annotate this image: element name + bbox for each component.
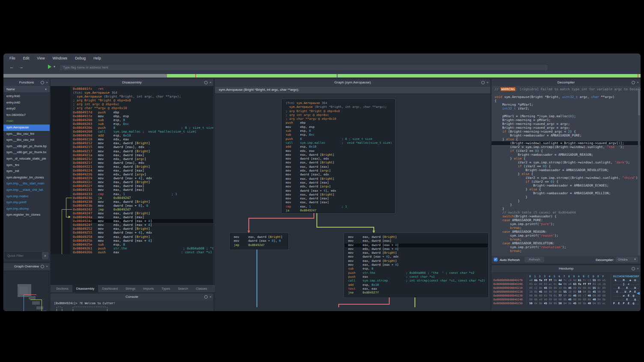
code-line[interactable]: 0x08049255 mov dword [eax + 4], edx <box>73 231 213 234</box>
refresh-button[interactable]: Refresh <box>525 257 544 262</box>
hex-row[interactable]: 0 1 2 3 4 5 6 7 8 9 A B C D E F 01234567… <box>493 274 641 278</box>
hex-row[interactable]: 0x000000000804924000 00 e9 90 00 00 00 8… <box>493 297 641 301</box>
code-line[interactable]: 0x0804925b mov eax, dword [eax + 4] <box>73 239 213 243</box>
code-line[interactable]: sub esp, 8 <box>348 267 484 271</box>
function-item[interactable]: sym.imp.printf <box>3 199 50 206</box>
code-line[interactable]: mov eax, dword [Bright] <box>234 235 284 239</box>
back-arrow-icon[interactable]: ← <box>9 64 14 69</box>
code-line[interactable]: 0x08049258 mov eax, dword [Bright] <box>73 235 213 239</box>
menu-help[interactable]: Help <box>93 56 101 60</box>
memory-map-bar[interactable] <box>3 74 641 77</box>
graph-node-true-branch[interactable]: mov eax, dword [Bright]mov eax, dword [e… <box>344 233 488 297</box>
code-line[interactable]: break; <box>495 249 641 253</box>
function-item[interactable]: sym.imp.__stack_chk_fail <box>3 187 50 193</box>
menu-file[interactable]: File <box>9 56 15 60</box>
code-line[interactable]: 0x08049252 mov eax, dword [Bright] <box>73 227 213 231</box>
hex-row[interactable]: 0x000000000804923000 8b 00 83 f8 01 77 0… <box>493 294 641 297</box>
code-line[interactable]: 0x0804920d add esp, 0x10 <box>73 134 213 137</box>
code-line[interactable]: sym.imp.printf("revolution"); <box>495 245 641 249</box>
code-line[interactable]: push str.the ; 0x804a008 ; "the " ; cons… <box>348 271 484 275</box>
close-icon[interactable]: × <box>486 80 489 84</box>
code-line[interactable]: Bright->morning->saved_argc = argc; <box>495 122 641 126</box>
code-line[interactable]: sym.Aeropause (Bright *Bright, int argc,… <box>286 105 391 109</box>
code-line[interactable]: mov dword [eax], edx <box>286 173 391 177</box>
function-item[interactable]: sym.deregister_tm_clones <box>3 175 50 181</box>
code-line[interactable]: pMVar1 = (Morning *)sym.imp.malloc(8); <box>495 114 641 118</box>
code-line[interactable]: push ebp <box>286 121 391 125</box>
code-line[interactable]: Bright->morning->saved_argv = argv; <box>495 126 641 130</box>
graph-overview-header[interactable]: Graph Overview × <box>3 263 50 270</box>
tab-classes[interactable]: Classes <box>192 285 211 292</box>
function-item[interactable]: sym.__x86.get_pc_thunk.bx <box>3 149 50 156</box>
menu-debug[interactable]: Debug <box>75 56 86 60</box>
code-line[interactable]: ; arg int argc @ ebp+0xc <box>286 113 391 117</box>
code-line[interactable]: sym.imp.printf("reason"); <box>495 234 641 237</box>
address-search-input[interactable]: Type flag name or address here <box>59 64 548 71</box>
code-line[interactable]: 0x08049203 sub esp, 0xc <box>73 122 213 126</box>
code-line[interactable] <box>495 91 641 95</box>
code-line[interactable]: iVar2 = sym.imp.strcmp((Bright->window).… <box>495 145 641 149</box>
code-line[interactable]: 0x08049233 cmp eax, 1 ; 1 <box>73 192 213 196</box>
code-line[interactable]: } else { <box>495 187 641 191</box>
code-line[interactable]: ; arg Bright *Bright @ ebp+0x8 <box>73 98 213 102</box>
close-icon[interactable]: × <box>637 267 639 270</box>
decompiler-code[interactable]: // WARNING: [r2ghidra] Failed to match t… <box>492 86 641 256</box>
graph-panel-header[interactable]: Graph (sym.Aeropause) × <box>215 79 490 86</box>
function-item[interactable]: sym.__libc_csu_fini <box>3 131 50 137</box>
code-line[interactable]: mov eax, dword [eax] <box>286 181 391 185</box>
tab-sections[interactable]: Sections <box>52 285 72 292</box>
code-line[interactable]: Bright->ambassador = AMBASSADOR_MILLION; <box>495 191 641 195</box>
code-line[interactable]: 0x0804921f mov dword [eax], edx <box>73 161 213 165</box>
code-line[interactable]: mov eax, dword [Bright] <box>348 235 484 239</box>
close-icon[interactable]: × <box>637 80 639 84</box>
code-line[interactable]: 0x080491fd push ebp <box>73 110 213 114</box>
code-line[interactable]: mov eax, dword [eax] <box>348 239 484 243</box>
code-line[interactable]: 0x08049210 mov edx, eax <box>73 137 213 141</box>
code-line[interactable]: mov ebp, esp <box>286 125 391 129</box>
tab-imports[interactable]: Imports <box>139 285 158 292</box>
code-line[interactable]: 0x080491fe mov ebp, esp <box>73 114 213 118</box>
code-line[interactable]: 0x08049231 mov eax, dword [eax] <box>73 188 213 192</box>
tab-strings[interactable]: Strings <box>122 285 139 292</box>
hexdump-panel-header[interactable]: Hexdump × <box>492 265 641 272</box>
code-line[interactable]: void sym.Aeropause(Bright *Bright, uint3… <box>495 95 641 99</box>
code-line[interactable]: cmp eax, 1 ; 1 <box>286 205 391 209</box>
code-line[interactable]: Bright->morning = pMVar1; <box>495 118 641 122</box>
disassembly-panel-header[interactable]: Disassembly × <box>51 79 213 86</box>
tab-search[interactable]: Search <box>174 285 192 292</box>
console-panel-header[interactable]: Console × <box>51 294 213 300</box>
code-line[interactable]: mov eax, dword [Bright] <box>286 193 391 197</box>
code-line[interactable]: 0x08049261 push str.the ; 0x804a008 ; "t… <box>73 246 213 250</box>
code-line[interactable]: mov edx, dword [eax + 4] <box>348 247 484 251</box>
code-line[interactable]: } else { <box>495 137 641 141</box>
code-line[interactable]: } else { <box>495 172 641 176</box>
code-line[interactable]: // switch table (5 cases) at 0x804a044 <box>495 211 641 214</box>
function-item[interactable]: sym.imp.__libc_start_main <box>3 181 50 187</box>
decompiler-scrollbar[interactable] <box>638 87 640 255</box>
code-line[interactable]: 0x08049266 push eax ; const char *s1 <box>73 250 213 253</box>
code-line[interactable]: add esp, 0x10 <box>348 283 484 287</box>
code-line[interactable]: Bright->ambassador = AMBASSADOR_REVOLUTI… <box>495 168 641 172</box>
code-line[interactable]: switch(Bright->ambassador) { <box>495 214 641 218</box>
code-line[interactable]: mov eax, dword [Bright] <box>348 259 484 263</box>
code-line[interactable]: 0x0804922f mov eax, dword [eax] <box>73 184 213 188</box>
gear-icon[interactable] <box>41 265 44 268</box>
code-line[interactable]: 0x0804924c mov eax, dword [eax + 4] <box>73 219 213 223</box>
code-line[interactable]: if (iVar2 == 0) { <box>495 164 641 168</box>
code-line[interactable]: (fcn) sym.Aeropause 364 <box>73 91 213 95</box>
code-line[interactable]: 0x08049217 mov eax, dword [Bright] <box>73 149 213 153</box>
graph-overview-canvas[interactable] <box>4 271 49 311</box>
code-line[interactable]: Bright->ambassador = AMBASSADOR_REASON; <box>495 153 641 157</box>
code-line[interactable]: case AMBASSADOR_PURE: <box>495 218 641 222</box>
forward-arrow-icon[interactable]: → <box>19 64 24 69</box>
code-line[interactable]: 0x08049221 mov eax, dword [Bright] <box>73 165 213 169</box>
code-line[interactable]: } <box>495 195 641 199</box>
close-icon[interactable]: × <box>46 80 48 84</box>
function-item[interactable]: sym.register_tm_clones <box>3 212 50 218</box>
code-line[interactable]: mov eax, dword [eax + 4] <box>345 243 488 247</box>
function-item[interactable]: sym._dl_relocate_static_pie <box>3 156 50 162</box>
code-line[interactable]: Bright->ambassador = AMBASSADOR_ECHOES; <box>495 184 641 187</box>
code-line[interactable]: if (iVar2 == 0) { <box>495 180 641 184</box>
code-line[interactable]: mov dword [eax], edx <box>286 157 391 161</box>
code-line[interactable]: break; <box>495 226 641 230</box>
